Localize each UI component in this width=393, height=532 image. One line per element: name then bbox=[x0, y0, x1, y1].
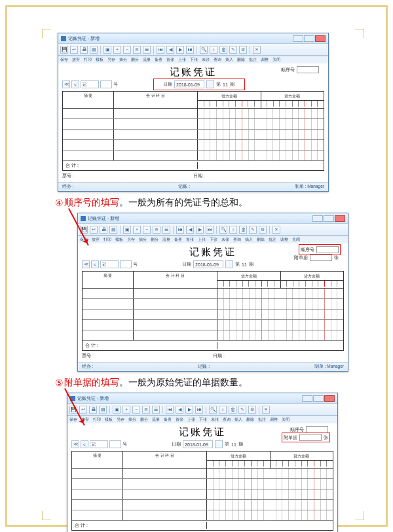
last-icon[interactable]: ⏭ bbox=[195, 406, 203, 414]
last-icon[interactable]: ⏭ bbox=[186, 46, 194, 54]
adjust-icon[interactable]: ⚙ bbox=[239, 46, 247, 54]
nav-prev[interactable]: < bbox=[71, 80, 79, 88]
table-row bbox=[63, 140, 324, 151]
saveas-icon[interactable]: ▣ bbox=[103, 46, 111, 54]
voucher-type[interactable]: 记 bbox=[81, 80, 99, 88]
discard-icon[interactable]: ↩ bbox=[70, 46, 78, 54]
first-icon[interactable]: ⏮ bbox=[157, 46, 164, 54]
page-content: 记账凭证 - 新增 💾 ↩ 🖶 ▤ ▣ + − ≋ ☰ bbox=[46, 33, 360, 516]
nav-prev[interactable]: < bbox=[91, 260, 99, 268]
first-icon[interactable]: ⏮ bbox=[166, 406, 174, 414]
nav-first[interactable]: ≪ bbox=[62, 80, 70, 88]
next-icon[interactable]: ▶ bbox=[185, 406, 193, 414]
insert-entry-icon[interactable]: + bbox=[122, 406, 130, 414]
ref-icon[interactable]: ☰ bbox=[152, 406, 160, 414]
minimize-button[interactable] bbox=[302, 395, 312, 402]
seqno-input[interactable] bbox=[316, 246, 339, 253]
insert-entry-icon[interactable]: + bbox=[113, 46, 121, 54]
date-input[interactable]: 2018-01-09 bbox=[193, 260, 223, 268]
search-icon[interactable]: 🔍 bbox=[200, 46, 208, 54]
prev-icon[interactable]: ◀ bbox=[176, 406, 183, 414]
print-icon[interactable]: 🖶 bbox=[80, 46, 88, 54]
insert-icon[interactable]: ⎀ bbox=[210, 46, 217, 54]
entry-grid[interactable]: 摘 要 会 计 科 目 借方金额 贷方金额 合 计 : bbox=[82, 271, 344, 351]
note-icon[interactable]: ✎ bbox=[249, 226, 257, 234]
attach-input[interactable] bbox=[299, 434, 322, 441]
template-icon[interactable]: ▤ bbox=[90, 46, 98, 54]
save-icon[interactable]: 💾 bbox=[60, 46, 68, 54]
insert-icon[interactable]: ⎀ bbox=[219, 406, 227, 414]
voucher-number[interactable] bbox=[120, 260, 132, 268]
voucher-type[interactable]: 记 bbox=[90, 440, 108, 448]
maximize-button[interactable] bbox=[313, 395, 324, 402]
voucher-type[interactable]: 记 bbox=[100, 260, 119, 268]
nav-prev[interactable]: < bbox=[81, 440, 88, 448]
discard-icon[interactable]: ↩ bbox=[90, 226, 98, 234]
statusbar: 经办 : 记账 : 制单 : Manager bbox=[58, 182, 328, 191]
delete-entry-icon[interactable]: − bbox=[123, 46, 131, 54]
nav-first[interactable]: ≪ bbox=[82, 260, 90, 268]
seqno-input[interactable] bbox=[306, 426, 328, 433]
nav-first[interactable]: ≪ bbox=[71, 440, 79, 448]
saveas-icon[interactable]: ▣ bbox=[113, 406, 121, 414]
table-row bbox=[63, 151, 324, 161]
template-icon[interactable]: ▤ bbox=[109, 226, 117, 234]
minimize-button[interactable] bbox=[312, 215, 323, 222]
search-icon[interactable]: 🔍 bbox=[209, 406, 217, 414]
voucher-number[interactable] bbox=[100, 80, 112, 88]
template-icon[interactable]: ▤ bbox=[99, 406, 107, 414]
next-icon[interactable]: ▶ bbox=[196, 226, 204, 234]
voucher-number[interactable] bbox=[109, 440, 121, 448]
close-button[interactable] bbox=[335, 215, 345, 222]
delete-entry-icon[interactable]: − bbox=[143, 226, 151, 234]
maximize-button[interactable] bbox=[324, 215, 334, 222]
search-icon[interactable]: 🔍 bbox=[219, 226, 227, 234]
date-input[interactable]: 2018-01-09 bbox=[183, 440, 213, 448]
entry-grid[interactable]: 摘 要 会 计 科 目 借方金额 贷方金额 bbox=[62, 91, 324, 171]
caption-4: ④ 顺序号的填写 。一般为所有的凭证号的总和。 bbox=[55, 197, 360, 209]
first-icon[interactable]: ⏮ bbox=[176, 226, 184, 234]
prev-icon[interactable]: ◀ bbox=[186, 226, 194, 234]
adjust-icon[interactable]: ⚙ bbox=[248, 406, 256, 414]
print-icon[interactable]: 🖶 bbox=[100, 226, 107, 234]
date-input[interactable]: 2018-01-09 bbox=[174, 80, 204, 88]
note-icon[interactable]: ✎ bbox=[238, 406, 246, 414]
delete-icon[interactable]: 🗑 bbox=[229, 406, 236, 414]
maximize-button[interactable] bbox=[304, 35, 314, 42]
prev-icon[interactable]: ◀ bbox=[166, 46, 174, 54]
calendar-button[interactable] bbox=[215, 440, 223, 448]
adjust-icon[interactable]: ⚙ bbox=[259, 226, 267, 234]
saveas-icon[interactable]: ▣ bbox=[123, 226, 131, 234]
ref-icon[interactable]: ☰ bbox=[143, 46, 151, 54]
delete-icon[interactable]: 🗑 bbox=[219, 46, 227, 54]
calendar-button[interactable] bbox=[206, 80, 214, 88]
close-button[interactable] bbox=[324, 395, 335, 402]
delete-icon[interactable]: 🗑 bbox=[239, 226, 247, 234]
seqno-input[interactable] bbox=[297, 66, 319, 73]
note-icon[interactable]: ✎ bbox=[229, 46, 237, 54]
print-icon[interactable]: 🖶 bbox=[89, 406, 97, 414]
minimize-button[interactable] bbox=[293, 35, 303, 42]
flow-icon[interactable]: ≋ bbox=[153, 226, 160, 234]
exit-icon[interactable]: ✕ bbox=[272, 226, 280, 234]
ref-icon[interactable]: ☰ bbox=[162, 226, 170, 234]
period-prefix: 第 bbox=[216, 81, 221, 88]
insert-icon[interactable]: ⎀ bbox=[229, 226, 237, 234]
discard-icon[interactable]: ↩ bbox=[79, 406, 87, 414]
insert-entry-icon[interactable]: + bbox=[133, 226, 141, 234]
exit-icon[interactable]: ✕ bbox=[262, 406, 270, 414]
attach-unit: 张 bbox=[324, 434, 328, 441]
delete-entry-icon[interactable]: − bbox=[132, 406, 140, 414]
exit-icon[interactable]: ✕ bbox=[253, 46, 261, 54]
flow-icon[interactable]: ≋ bbox=[133, 46, 141, 54]
titlebar: 记账凭证 - 新增 bbox=[78, 213, 348, 224]
last-icon[interactable]: ⏭ bbox=[206, 226, 214, 234]
next-icon[interactable]: ▶ bbox=[176, 46, 184, 54]
window-title: 记账凭证 - 新增 bbox=[88, 215, 119, 222]
flow-icon[interactable]: ≋ bbox=[142, 406, 150, 414]
entry-grid[interactable]: 摘 要 会 计 科 目 借方金额 贷方金额 合 计 : bbox=[71, 451, 333, 531]
voucher-footer: 票号 : 日期 : bbox=[62, 171, 324, 179]
calendar-button[interactable] bbox=[225, 260, 233, 268]
close-button[interactable] bbox=[315, 35, 326, 42]
attach-input[interactable] bbox=[310, 254, 332, 261]
